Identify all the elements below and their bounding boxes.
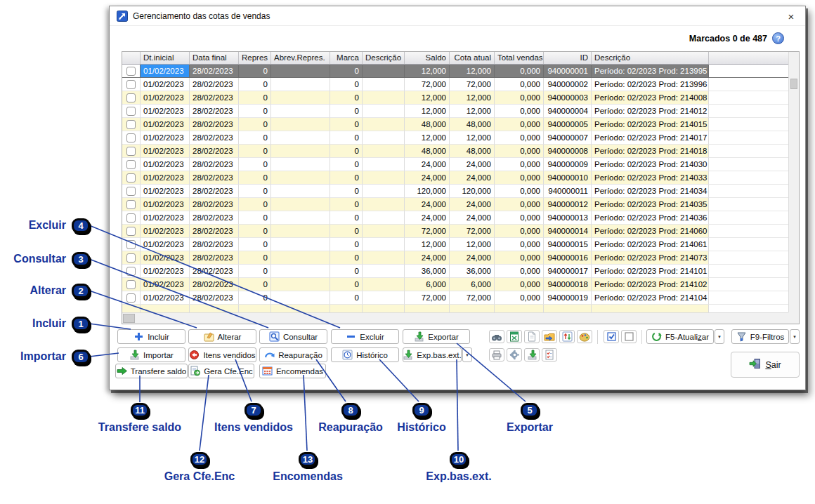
excel-export-button[interactable]	[507, 330, 522, 343]
column-header[interactable]: Saldo	[405, 52, 450, 65]
table-cell: Período: 02/2023 Prod: 214073	[592, 251, 709, 265]
row-checkbox[interactable]	[126, 80, 136, 89]
vertical-scrollbar-thumb[interactable]	[790, 79, 797, 89]
column-header[interactable]: Dt.inicial	[141, 52, 190, 65]
table-cell: 12,000	[450, 131, 495, 145]
refresh-icon	[651, 331, 662, 342]
row-checkbox[interactable]	[126, 240, 136, 249]
sort-button[interactable]	[559, 330, 575, 343]
table-row[interactable]: 01/02/202328/02/202300120,000120,0000,00…	[122, 185, 799, 198]
transfere-saldo-button[interactable]: Transfere saldo	[115, 364, 188, 378]
column-header[interactable]: Repres	[239, 52, 271, 65]
table-row[interactable]: 01/02/202328/02/20230048,00048,0000,0009…	[122, 145, 799, 158]
gera-cfe-enc-button[interactable]: Gera Cfe.Enc	[188, 364, 254, 378]
row-checkbox[interactable]	[126, 200, 136, 209]
exp-bas-ext-button[interactable]: Exp.bas.ext.	[403, 347, 462, 362]
table-row[interactable]: 01/02/202328/02/20230036,00036,0000,0009…	[122, 265, 799, 278]
table-cell: 940000010	[544, 171, 592, 185]
row-checkbox[interactable]	[126, 213, 136, 223]
help-icon[interactable]: ?	[772, 32, 784, 44]
f9-dropdown[interactable]: ▼	[790, 329, 800, 344]
new-document-button[interactable]	[524, 330, 540, 343]
table-row[interactable]: 01/02/202328/02/20230024,00024,0000,0009…	[122, 158, 799, 171]
row-checkbox[interactable]	[126, 187, 136, 196]
table-cell: 0,000	[495, 171, 544, 185]
table-row[interactable]: 01/02/202328/02/20230072,00072,0000,0009…	[122, 225, 799, 238]
column-header[interactable]: Marca	[330, 52, 363, 65]
f5-atualizar-button[interactable]: F5-Atualizar	[646, 329, 714, 344]
table-row[interactable]: 01/02/202328/02/20230024,00024,0000,0009…	[122, 198, 799, 211]
print-button[interactable]	[489, 348, 504, 362]
excluir-button[interactable]: Excluir	[331, 329, 399, 344]
annotated-screenshot: Gerenciamento das cotas de vendas × Marc…	[0, 0, 815, 504]
search-binoculars-button[interactable]	[489, 330, 504, 343]
column-header[interactable]	[122, 52, 141, 65]
column-header[interactable]: ID	[544, 52, 592, 65]
historico-button[interactable]: Histórico	[331, 347, 399, 362]
column-header[interactable]: Abrev.Repres.	[271, 52, 330, 65]
row-checkbox[interactable]	[126, 93, 136, 102]
check-all-button[interactable]	[604, 330, 619, 343]
settings-button[interactable]	[507, 348, 522, 362]
column-header[interactable]: Data final	[190, 52, 239, 65]
consultar-button[interactable]: Consultar	[259, 329, 327, 344]
horizontal-scrollbar[interactable]	[122, 312, 788, 324]
table-row[interactable]: 01/02/202328/02/20230012,00012,0000,0009…	[122, 238, 799, 251]
row-checkbox[interactable]	[126, 147, 136, 156]
horizontal-scrollbar-thumb[interactable]	[123, 314, 135, 323]
sort-icon	[562, 331, 573, 342]
row-checkbox[interactable]	[126, 280, 136, 289]
table-cell	[363, 158, 405, 171]
row-checkbox[interactable]	[126, 67, 136, 76]
row-checkbox[interactable]	[126, 107, 136, 116]
table-row[interactable]: 01/02/202328/02/20230024,00024,0000,0009…	[122, 171, 799, 185]
checklist-button[interactable]	[542, 348, 557, 362]
table-row[interactable]: 01/02/202328/02/20230024,00024,0000,0009…	[122, 211, 799, 225]
table-row[interactable]: 01/02/202328/02/20230012,00012,0000,0009…	[122, 65, 799, 78]
row-checkbox[interactable]	[126, 173, 136, 183]
table-row[interactable]: 01/02/202328/02/20230048,00048,0000,0009…	[122, 118, 799, 131]
encomendas-button[interactable]: Encomendas	[259, 364, 326, 378]
sair-button[interactable]: Sair	[731, 352, 800, 378]
column-header[interactable]: Descrição	[592, 52, 709, 65]
table-cell: 24,000	[405, 251, 450, 265]
table-cell: 0,000	[495, 118, 544, 131]
vertical-scrollbar[interactable]	[788, 52, 799, 312]
table-cell	[363, 171, 405, 185]
row-checkbox[interactable]	[126, 267, 136, 276]
column-header[interactable]: Cota atual	[450, 52, 495, 65]
table-row[interactable]: 01/02/202328/02/20230024,00024,0000,0009…	[122, 251, 799, 265]
column-header[interactable]: Total vendas	[495, 52, 544, 65]
table-cell: 24,000	[450, 251, 495, 265]
table-row[interactable]: 01/02/202328/02/20230072,00072,0000,0009…	[122, 291, 799, 305]
table-row[interactable]: 01/02/202328/02/20230012,00012,0000,0009…	[122, 105, 799, 118]
table-row[interactable]: 01/02/202328/02/20230012,00012,0000,0009…	[122, 131, 799, 145]
exportar-button[interactable]: Exportar	[403, 329, 470, 344]
table-cell: 72,000	[450, 78, 495, 91]
table-cell: 0	[239, 145, 271, 158]
uncheck-all-button[interactable]	[621, 330, 637, 343]
table-row[interactable]: 01/02/202328/02/20230072,00072,0000,0009…	[122, 78, 799, 91]
reapuracao-button[interactable]: Reapuração	[259, 347, 327, 362]
row-checkbox[interactable]	[126, 227, 136, 236]
table-row[interactable]: 01/02/202328/02/20230012,00012,0000,0009…	[122, 91, 799, 105]
importar-button[interactable]: Importar	[117, 347, 185, 362]
table-cell: 01/02/2023	[141, 278, 190, 291]
alterar-button[interactable]: Alterar	[188, 329, 256, 344]
folder-export-button[interactable]	[542, 330, 557, 343]
import-file-button[interactable]	[524, 348, 540, 362]
itens-vendidos-button[interactable]: Itens vendidos	[188, 347, 256, 362]
row-checkbox[interactable]	[126, 293, 136, 303]
row-checkbox[interactable]	[126, 133, 136, 142]
column-header[interactable]: Descrição	[363, 52, 405, 65]
close-icon[interactable]: ×	[783, 9, 799, 23]
incluir-button[interactable]: Incluir	[117, 329, 185, 344]
row-checkbox[interactable]	[126, 160, 136, 169]
exp-bas-ext-dropdown[interactable]: ▼	[462, 347, 472, 362]
f9-filtros-button[interactable]: F9-Filtros	[731, 329, 789, 344]
row-checkbox[interactable]	[126, 120, 136, 129]
palette-button[interactable]	[577, 330, 592, 343]
row-checkbox[interactable]	[126, 253, 136, 263]
table-row[interactable]: 01/02/202328/02/2023006,0006,0000,000940…	[122, 278, 799, 291]
f5-dropdown[interactable]: ▼	[715, 329, 724, 344]
